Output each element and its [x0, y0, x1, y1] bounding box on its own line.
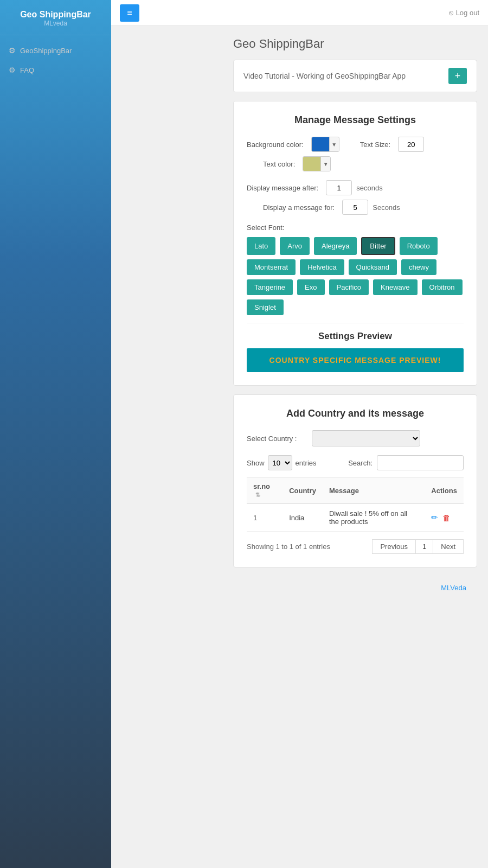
display-after-label: Display message after: [247, 184, 318, 192]
bg-color-arrow[interactable]: ▼ [329, 137, 339, 152]
search-input[interactable] [377, 455, 464, 470]
add-country-title: Add Country and its message [247, 408, 464, 419]
select-country-row: Select Country : [247, 430, 464, 446]
edit-icon[interactable]: ✏ [431, 513, 438, 522]
settings-row-2: Display message after: seconds Display a… [247, 180, 464, 215]
app-title: Geo ShippingBar [5, 10, 106, 20]
pagination-buttons: Previous 1 Next [372, 539, 464, 554]
display-after-input[interactable] [326, 180, 352, 195]
sort-icon-srno[interactable]: ⇅ [255, 492, 260, 498]
next-button[interactable]: Next [433, 539, 464, 554]
display-for-label: Display a message for: [263, 203, 335, 212]
pagination-info: Showing 1 to 1 of 1 entries [247, 542, 330, 551]
action-icons: ✏ 🗑 [431, 513, 457, 522]
add-country-card: Add Country and its message Select Count… [233, 394, 477, 567]
table-controls: Show 10 25 50 entries Search: [247, 455, 464, 470]
font-btn-quicksand[interactable]: Quicksand [349, 259, 397, 275]
font-btn-helvetica[interactable]: Helvetica [300, 259, 344, 275]
divider-1 [247, 323, 464, 323]
menu-button[interactable]: ≡ [120, 4, 139, 22]
cell-srno: 1 [247, 504, 282, 532]
footer: MLVeda [233, 578, 477, 597]
col-country: Country [282, 477, 323, 504]
text-color-box [303, 156, 320, 171]
text-size-label: Text Size: [360, 141, 390, 149]
font-btn-bitter[interactable]: Bitter [361, 237, 395, 255]
cell-country: India [282, 504, 323, 532]
manage-message-title: Manage Message Settings [247, 114, 464, 126]
video-tutorial-button[interactable]: + [448, 68, 467, 84]
font-btn-knewave[interactable]: Knewave [373, 279, 417, 295]
previous-button[interactable]: Previous [372, 539, 416, 554]
table-row: 1 India Diwali sale ! 5% off on all the … [247, 504, 464, 532]
gear-icon-1: ⚙ [9, 46, 16, 55]
entries-label: entries [296, 459, 317, 467]
text-color-picker[interactable]: ▼ [303, 156, 331, 171]
search-label: Search: [348, 459, 373, 467]
video-tutorial-bar: Video Tutorial - Working of GeoShippingB… [233, 60, 477, 92]
select-country-label: Select Country : [247, 435, 306, 443]
entries-select[interactable]: 10 25 50 [268, 455, 292, 470]
col-srno: sr.no ⇅ [247, 477, 282, 504]
page-title: Geo ShippingBar [233, 37, 477, 51]
video-tutorial-label: Video Tutorial - Working of GeoShippingB… [243, 72, 406, 80]
table-header-row: sr.no ⇅ Country Message Actions [247, 477, 464, 504]
gear-icon-2: ⚙ [9, 66, 16, 74]
col-actions: Actions [425, 477, 464, 504]
font-btn-lato[interactable]: Lato [247, 237, 275, 255]
sidebar-item-geoshippingbar[interactable]: ⚙ GeoShippingBar [0, 41, 111, 60]
sidebar-item-label-geoshippingbar: GeoShippingBar [20, 47, 72, 55]
font-section-label: Select Font: [247, 224, 464, 232]
font-btn-arvo[interactable]: Arvo [280, 237, 310, 255]
manage-message-card: Manage Message Settings Background color… [233, 101, 477, 386]
cell-message: Diwali sale ! 5% off on all the products [323, 504, 425, 532]
font-btn-sniglet[interactable]: Sniglet [247, 299, 284, 315]
font-btn-exo[interactable]: Exo [297, 279, 324, 295]
display-for-unit: Seconds [373, 203, 400, 212]
display-after-unit: seconds [356, 184, 382, 192]
data-table: sr.no ⇅ Country Message Actions 1 India … [247, 477, 464, 532]
delete-icon[interactable]: 🗑 [442, 513, 451, 522]
page-number: 1 [416, 539, 433, 554]
app-subtitle: MLveda [5, 20, 106, 27]
logout-label: Log out [456, 9, 479, 17]
text-color-label: Text color: [263, 160, 295, 168]
font-btn-alegreya[interactable]: Alegreya [314, 237, 357, 255]
font-btn-montserrat[interactable]: Montserrat [247, 259, 296, 275]
display-for-input[interactable] [342, 200, 368, 215]
footer-brand: MLVeda [441, 584, 466, 592]
settings-row-1: Background color: ▼ Text Size: Text colo… [247, 137, 464, 171]
preview-bar: COUNTRY SPECIFIC MESSAGE PREVIEW! [247, 348, 464, 372]
font-buttons: LatoArvoAlegreyaBitterRobotoMontserratHe… [247, 237, 464, 315]
sidebar-nav: ⚙ GeoShippingBar ⚙ FAQ [0, 35, 111, 85]
search-row: Search: [348, 455, 464, 470]
font-btn-orbitron[interactable]: Orbitron [422, 279, 463, 295]
main-content: Geo ShippingBar Video Tutorial - Working… [222, 26, 488, 868]
bg-color-picker[interactable]: ▼ [311, 137, 339, 152]
sidebar-header: Geo ShippingBar MLveda [0, 0, 111, 35]
show-label: Show [247, 459, 265, 467]
show-entries: Show 10 25 50 entries [247, 455, 317, 470]
settings-preview-title: Settings Preview [247, 331, 464, 342]
sidebar: Geo ShippingBar MLveda ⚙ GeoShippingBar … [0, 0, 111, 868]
sidebar-item-label-faq: FAQ [20, 66, 34, 74]
pagination-row: Showing 1 to 1 of 1 entries Previous 1 N… [247, 539, 464, 554]
text-size-input[interactable] [398, 137, 424, 152]
country-select[interactable] [312, 430, 420, 446]
font-btn-chewy[interactable]: chewy [401, 259, 436, 275]
font-btn-tangerine[interactable]: Tangerine [247, 279, 293, 295]
bg-color-box [312, 137, 329, 152]
logout-button[interactable]: ⎋ Log out [449, 9, 479, 17]
font-btn-pacifico[interactable]: Pacifico [329, 279, 369, 295]
sidebar-item-faq[interactable]: ⚙ FAQ [0, 60, 111, 80]
cell-actions: ✏ 🗑 [425, 504, 464, 532]
logout-icon: ⎋ [449, 9, 453, 17]
col-message: Message [323, 477, 425, 504]
topbar: ≡ ⎋ Log out [111, 0, 488, 26]
font-btn-roboto[interactable]: Roboto [400, 237, 438, 255]
bg-color-label: Background color: [247, 141, 304, 149]
text-color-arrow[interactable]: ▼ [320, 156, 330, 171]
